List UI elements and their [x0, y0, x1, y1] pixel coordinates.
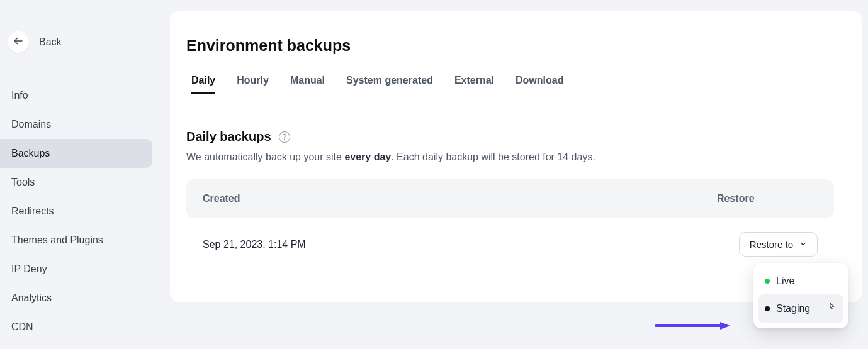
tab-daily[interactable]: Daily	[191, 75, 215, 94]
sidebar-item-cdn[interactable]: CDN	[0, 313, 152, 341]
sidebar-nav: Info Domains Backups Tools Redirects The…	[0, 81, 170, 341]
desc-pre: We automatically back up your site	[186, 152, 344, 162]
desc-post: . Each daily backup will be stored for 1…	[391, 152, 595, 162]
dropdown-item-label: Live	[776, 275, 794, 287]
desc-bold: every day	[344, 152, 391, 162]
sidebar: Back Info Domains Backups Tools Redirect…	[0, 0, 170, 349]
sidebar-item-tools[interactable]: Tools	[0, 168, 152, 197]
main: Environment backups Daily Hourly Manual …	[170, 0, 868, 349]
status-dot-icon	[765, 306, 770, 311]
sidebar-item-redirects[interactable]: Redirects	[0, 197, 152, 226]
sidebar-item-info[interactable]: Info	[0, 81, 152, 110]
tabs: Daily Hourly Manual System generated Ext…	[186, 75, 834, 94]
col-restore-header: Restore	[717, 193, 818, 204]
table-header: Created Restore	[186, 179, 834, 218]
tab-system-generated[interactable]: System generated	[346, 75, 433, 94]
col-created-header: Created	[203, 193, 717, 204]
dropdown-item-label: Staging	[776, 303, 810, 314]
section-header: Daily backups ?	[186, 130, 834, 144]
tab-external[interactable]: External	[454, 75, 494, 94]
sidebar-item-themes-plugins[interactable]: Themes and Plugins	[0, 226, 152, 255]
section-title: Daily backups	[186, 130, 271, 144]
dropdown-item-staging[interactable]: Staging	[758, 294, 843, 323]
back-label: Back	[39, 36, 62, 48]
sidebar-item-backups[interactable]: Backups	[0, 139, 152, 168]
dropdown-item-live[interactable]: Live	[758, 268, 843, 294]
arrow-left-icon	[13, 35, 24, 49]
sidebar-item-domains[interactable]: Domains	[0, 110, 152, 139]
section-description: We automatically back up your site every…	[186, 152, 834, 163]
card: Environment backups Daily Hourly Manual …	[170, 11, 862, 302]
page-title: Environment backups	[186, 36, 834, 55]
cell-restore: Restore to	[717, 232, 818, 257]
tab-hourly[interactable]: Hourly	[237, 75, 269, 94]
cursor-pointer-icon	[826, 302, 837, 316]
tab-manual[interactable]: Manual	[290, 75, 325, 94]
status-dot-icon	[765, 279, 770, 284]
restore-to-button[interactable]: Restore to	[739, 232, 818, 257]
restore-dropdown: Live Staging	[753, 263, 848, 328]
backups-table: Created Restore Sep 21, 2023, 1:14 PM Re…	[186, 179, 834, 270]
help-icon[interactable]: ?	[279, 131, 290, 143]
cell-created: Sep 21, 2023, 1:14 PM	[203, 239, 717, 250]
back-button[interactable]	[8, 31, 29, 53]
sidebar-item-ip-deny[interactable]: IP Deny	[0, 255, 152, 284]
tab-download[interactable]: Download	[516, 75, 563, 94]
sidebar-item-analytics[interactable]: Analytics	[0, 284, 152, 313]
chevron-down-icon	[799, 239, 807, 250]
back-row: Back	[0, 31, 170, 53]
restore-to-label: Restore to	[750, 239, 793, 250]
table-row: Sep 21, 2023, 1:14 PM Restore to	[186, 218, 834, 270]
